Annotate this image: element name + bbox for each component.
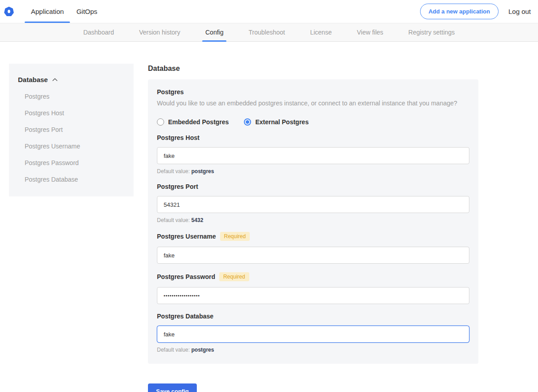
sidebar-item-postgres[interactable]: Postgres [18,93,126,100]
chevron-up-icon [52,78,58,82]
external-postgres-option[interactable]: External Postgres [244,118,308,126]
field-postgres-password: Postgres Password Required [157,272,469,304]
sidebar-item-postgres-password[interactable]: Postgres Password [18,159,126,166]
postgres-host-input[interactable] [157,147,469,164]
topnav-right: Add a new application Log out [420,0,538,23]
default-value-text: postgres [191,168,214,174]
section-title: Database [148,65,478,73]
tab-config-label: Config [205,29,223,36]
postgres-group-label: Postgres [157,88,469,96]
external-postgres-radio[interactable] [244,118,251,126]
logout-link[interactable]: Log out [508,8,531,15]
postgres-database-default: Default value: postgres [157,347,469,353]
postgres-group-help: Would you like to use an embedded postgr… [157,100,469,107]
sidebar-group-label: Database [18,76,48,83]
app-logo-icon [4,7,14,17]
required-badge: Required [219,272,249,281]
app-logo[interactable] [0,0,25,23]
tab-view-files-label: View files [357,29,383,36]
postgres-password-input[interactable] [157,287,469,304]
embedded-postgres-label: Embedded Postgres [168,118,229,126]
embedded-postgres-option[interactable]: Embedded Postgres [157,118,229,126]
postgres-mode-radio-group: Embedded Postgres External Postgres [157,118,469,126]
postgres-port-input[interactable] [157,196,469,213]
tab-license[interactable]: License [309,23,333,41]
tab-version-history-label: Version history [139,29,180,36]
tab-gitops[interactable]: GitOps [70,0,104,23]
field-postgres-database: Postgres Database Default value: postgre… [157,313,469,353]
tab-dashboard[interactable]: Dashboard [82,23,115,41]
postgres-host-label: Postgres Host [157,134,200,141]
required-badge: Required [220,232,250,241]
default-value-text: postgres [191,347,214,353]
add-new-application-button[interactable]: Add a new application [420,4,499,19]
postgres-username-label: Postgres Username [157,233,216,240]
default-value-prefix: Default value: [157,217,190,223]
tab-dashboard-label: Dashboard [83,29,114,36]
tab-config[interactable]: Config [204,23,224,41]
tab-troubleshoot-label: Troubleshoot [248,29,285,36]
sidebar-item-postgres-database[interactable]: Postgres Database [18,176,126,183]
default-value-prefix: Default value: [157,347,190,353]
postgres-port-label: Postgres Port [157,183,198,190]
topnav-tabs: Application GitOps [25,0,104,23]
postgres-username-input[interactable] [157,247,469,264]
default-value-prefix: Default value: [157,168,190,174]
embedded-postgres-radio[interactable] [157,118,164,126]
tab-registry-settings[interactable]: Registry settings [408,23,456,41]
postgres-password-label: Postgres Password [157,273,215,280]
save-config-button[interactable]: Save config [148,383,197,392]
tab-view-files[interactable]: View files [356,23,384,41]
postgres-host-default: Default value: postgres [157,168,469,174]
sidebar-item-postgres-username[interactable]: Postgres Username [18,143,126,150]
sidebar-item-postgres-host[interactable]: Postgres Host [18,109,126,117]
tab-application[interactable]: Application [25,0,70,23]
postgres-port-default: Default value: 5432 [157,217,469,223]
external-postgres-label: External Postgres [255,118,308,126]
field-postgres-username: Postgres Username Required [157,232,469,264]
top-nav: Application GitOps Add a new application… [0,0,538,23]
tab-troubleshoot[interactable]: Troubleshoot [247,23,286,41]
tab-gitops-label: GitOps [76,8,97,15]
field-postgres-port: Postgres Port Default value: 5432 [157,183,469,223]
sidebar-group-database[interactable]: Database [18,76,126,83]
field-postgres-host: Postgres Host Default value: postgres [157,134,469,174]
tab-version-history[interactable]: Version history [138,23,181,41]
tab-license-label: License [310,29,332,36]
config-sidebar: Database Postgres Postgres Host Postgres… [9,64,134,196]
postgres-database-label: Postgres Database [157,313,213,320]
sidebar-item-postgres-port[interactable]: Postgres Port [18,126,126,133]
tab-application-label: Application [31,8,64,15]
config-group-card: Postgres Would you like to use an embedd… [148,79,478,364]
app-sub-nav: Dashboard Version history Config Trouble… [0,23,538,42]
content-area: Database Postgres Postgres Host Postgres… [0,42,538,392]
tab-registry-settings-label: Registry settings [408,29,455,36]
default-value-text: 5432 [191,217,204,223]
postgres-database-input[interactable] [157,326,469,343]
config-main: Database Postgres Would you like to use … [148,64,478,392]
